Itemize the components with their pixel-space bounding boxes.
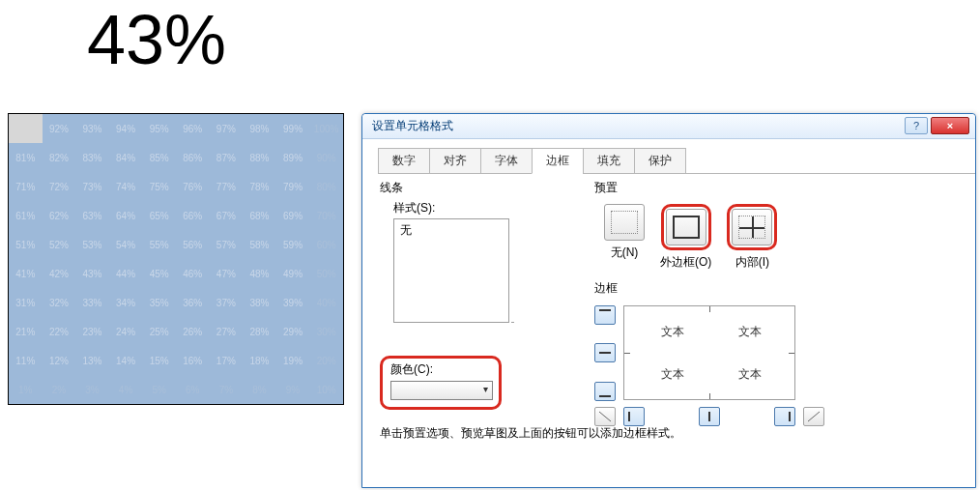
grid-cell: 14% (109, 346, 143, 375)
dialog-title: 设置单元格格式 (372, 118, 453, 134)
grid-cell: 78% (243, 172, 276, 201)
grid-cell: 41% (9, 259, 43, 288)
grid-cell: 81% (9, 143, 43, 172)
grid-cell: 39% (276, 288, 310, 317)
grid-cell: 67% (210, 201, 244, 230)
lines-label: 线条 (380, 180, 583, 196)
border-group: 边框 文本 文本 文本 (594, 280, 826, 428)
grid-cell: 19% (276, 346, 310, 375)
grid-cell: 17% (210, 346, 244, 375)
grid-cell: 94% (109, 114, 143, 143)
grid-cell: 46% (176, 259, 210, 288)
grid-cell: 76% (176, 172, 210, 201)
grid-cell: 65% (142, 201, 176, 230)
hint-text: 单击预置选项、预览草图及上面的按钮可以添加边框样式。 (380, 425, 681, 442)
grid-cell: 71% (9, 172, 43, 201)
preset-outer-button[interactable] (666, 209, 706, 245)
preset-outer-icon (673, 216, 700, 239)
color-label: 颜色(C): (390, 361, 491, 378)
grid-cell: 61% (9, 201, 43, 230)
grid-cell: 15% (142, 346, 176, 375)
border-preview[interactable]: 文本 文本 文本 文本 (623, 305, 795, 400)
close-button[interactable]: × (931, 117, 969, 134)
grid-cell: 60% (309, 230, 343, 259)
grid-cell: 82% (43, 143, 76, 172)
tab-5[interactable]: 保护 (634, 148, 686, 174)
border-left-button[interactable] (623, 407, 645, 426)
grid-cell: 51% (9, 230, 43, 259)
grid-cell: 25% (142, 317, 176, 346)
border-right-button[interactable] (774, 407, 795, 426)
preset-inner-button[interactable] (732, 209, 772, 245)
tab-0[interactable]: 数字 (378, 148, 430, 174)
style-list[interactable]: 无 (393, 218, 509, 323)
preset-inner-highlight (727, 204, 777, 250)
grid-cell: 50% (309, 259, 343, 288)
big-percent: 43% (87, 0, 226, 79)
color-row: 颜色(C): (380, 356, 509, 410)
border-hcenter-button[interactable] (594, 343, 616, 362)
grid-cell: 90% (309, 143, 343, 172)
grid-row: 71%72%73%74%75%76%77%78%79%80% (9, 172, 343, 201)
color-select[interactable] (390, 381, 493, 400)
grid-cell: 64% (109, 201, 143, 230)
preset-group: 预置 无(N) 外边框(O) 内部(I) (594, 180, 777, 271)
grid-cell: 70% (309, 201, 343, 230)
border-diag-up-button[interactable] (803, 407, 824, 426)
tabstrip: 数字对齐字体边框填充保护 (378, 147, 975, 174)
preset-none-button[interactable] (604, 204, 645, 241)
tab-2[interactable]: 字体 (480, 148, 533, 174)
grid-cell: 99% (276, 114, 310, 143)
grid-cell: 75% (142, 172, 176, 201)
grid-row: 61%62%63%64%65%66%67%68%69%70% (9, 201, 343, 230)
grid-cell: 84% (109, 143, 143, 172)
grid-row: 51%52%53%54%55%56%57%58%59%60% (9, 230, 343, 259)
preset-none-col: 无(N) (604, 204, 645, 271)
border-label: 边框 (594, 280, 826, 297)
preset-inner-icon (738, 216, 765, 239)
preset-inner-col: 内部(I) (727, 204, 777, 271)
grid-cell: 85% (142, 143, 176, 172)
preset-label: 预置 (594, 180, 777, 196)
grid-cell: 56% (176, 230, 210, 259)
grid-cell: 22% (43, 317, 76, 346)
grid-cell: 79% (276, 172, 310, 201)
tab-1[interactable]: 对齐 (429, 148, 481, 174)
preview-text-tl: 文本 (661, 324, 684, 340)
grid-row: 21%22%23%24%25%26%27%28%29%30% (9, 317, 343, 346)
grid-cell: 45% (142, 259, 176, 288)
grid-cell: 42% (43, 259, 76, 288)
preset-inner-caption: 内部(I) (735, 254, 769, 271)
grid-cell: 100% (309, 114, 343, 143)
percentage-grid: 92%93%94%95%96%97%98%99%100%81%82%83%84%… (8, 113, 344, 405)
border-grid: 文本 文本 文本 文本 (594, 303, 826, 428)
grid-cell: 93% (75, 114, 109, 143)
border-bottom-button[interactable] (594, 382, 616, 401)
grid-cell: 27% (210, 317, 244, 346)
border-top-button[interactable] (594, 305, 616, 325)
help-button[interactable]: ? (905, 117, 928, 134)
border-vcenter-button[interactable] (699, 407, 720, 426)
tab-3[interactable]: 边框 (532, 148, 584, 174)
grid-cell: 89% (276, 143, 310, 172)
grid-cell: 77% (210, 172, 244, 201)
grid-cell: 59% (276, 230, 310, 259)
preset-outer-caption: 外边框(O) (660, 254, 711, 271)
tab-4[interactable]: 填充 (583, 148, 635, 174)
format-cells-dialog: 设置单元格格式 ? × 数字对齐字体边框填充保护 线条 样式(S): 无 颜色(… (361, 113, 976, 488)
grid-row: 11%12%13%14%15%16%17%18%19%20% (9, 346, 343, 375)
grid-cell: 54% (109, 230, 143, 259)
style-option-none[interactable]: 无 (400, 223, 412, 237)
grid-cell: 92% (43, 114, 76, 143)
svg-line-7 (808, 412, 820, 421)
grid-row: 31%32%33%34%35%36%37%38%39%40% (9, 288, 343, 317)
grid-cell: 11% (9, 346, 43, 375)
svg-line-3 (599, 412, 611, 421)
border-diag-down-button[interactable] (594, 407, 616, 426)
grid-cell: 57% (210, 230, 244, 259)
grid-cell: 58% (243, 230, 276, 259)
grid-cell: 16% (176, 346, 210, 375)
grid-cell: 66% (176, 201, 210, 230)
grid-cell: 83% (75, 143, 109, 172)
grid-cell: 88% (243, 143, 276, 172)
